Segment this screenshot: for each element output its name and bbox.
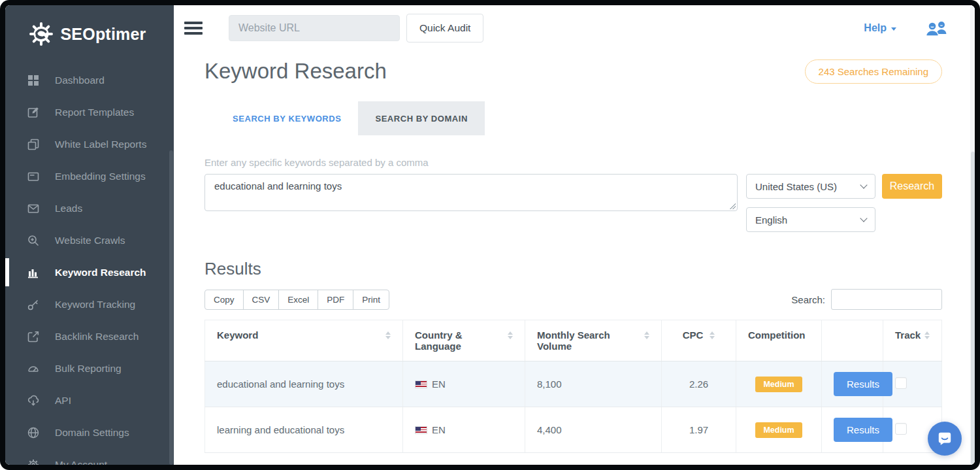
track-checkbox[interactable] — [895, 423, 907, 435]
brand-logo[interactable]: SEOptimer — [5, 5, 169, 52]
sidebar-item-label: Embedding Settings — [55, 171, 146, 182]
us-flag-icon — [415, 426, 427, 434]
column-header-cpc[interactable]: CPC — [662, 320, 736, 361]
competition-cell: Medium — [736, 361, 822, 407]
us-flag-icon — [415, 380, 427, 388]
main-scrollbar-thumb[interactable] — [971, 152, 975, 465]
country-select[interactable]: United States (US) — [746, 174, 875, 199]
external-link-icon — [27, 330, 40, 343]
main-area: Quick Audit Help — [174, 5, 975, 465]
table-header-row: Keyword Country & Language Monthly Searc… — [205, 320, 942, 361]
key-icon — [27, 298, 40, 311]
row-results-button[interactable]: Results — [834, 372, 892, 396]
sidebar-item-keyword-research[interactable]: Keyword Research — [5, 256, 169, 288]
csv-button[interactable]: CSV — [243, 290, 280, 310]
table-search-input[interactable] — [831, 289, 942, 310]
support-users-icon[interactable] — [924, 20, 950, 37]
track-checkbox[interactable] — [895, 377, 907, 389]
sidebar-item-api[interactable]: API — [5, 384, 169, 416]
main-scrollbar[interactable] — [970, 5, 975, 465]
sidebar-item-domain-settings[interactable]: Domain Settings — [5, 416, 169, 448]
competition-medium-badge: Medium — [755, 422, 802, 438]
quick-audit-button[interactable]: Quick Audit — [406, 14, 483, 42]
pdf-button[interactable]: PDF — [318, 290, 353, 310]
sidebar-item-white-label-reports[interactable]: White Label Reports — [5, 128, 169, 160]
sidebar-item-label: Keyword Tracking — [55, 299, 135, 311]
country-language-cell: EN — [403, 407, 525, 453]
competition-cell: Medium — [736, 407, 822, 453]
help-dropdown[interactable]: Help — [864, 22, 896, 34]
chat-widget-button[interactable] — [928, 422, 962, 456]
magnifier-plus-icon — [27, 234, 40, 247]
searches-remaining-badge: 243 Searches Remaining — [805, 59, 942, 84]
row-results-button[interactable]: Results — [834, 418, 892, 442]
table-row: educational and learning toys EN 8,100 2… — [205, 361, 942, 407]
sidebar-item-keyword-tracking[interactable]: Keyword Tracking — [5, 288, 169, 320]
sidebar-item-report-templates[interactable]: Report Templates — [5, 96, 169, 128]
sidebar-item-my-account[interactable]: My Account — [5, 448, 169, 465]
column-header-country-language[interactable]: Country & Language — [403, 320, 525, 361]
tab-search-by-domain[interactable]: SEARCH BY DOMAIN — [358, 101, 484, 135]
edit-pencil-icon — [27, 106, 40, 119]
language-code: EN — [432, 424, 446, 435]
sidebar-scrollbar-thumb[interactable] — [169, 150, 173, 465]
export-buttons-group: Copy CSV Excel PDF Print — [204, 290, 389, 310]
keywords-textarea-wrap: educational and learning toys — [204, 174, 738, 211]
sidebar-item-bulk-reporting[interactable]: Bulk Reporting — [5, 352, 169, 384]
excel-button[interactable]: Excel — [278, 290, 318, 310]
actions-cell: Results — [822, 361, 883, 407]
sort-icon — [508, 329, 513, 352]
column-header-actions — [822, 320, 883, 361]
column-header-track[interactable]: Track — [883, 320, 942, 361]
column-header-monthly-search-volume[interactable]: Monthly Search Volume — [525, 320, 662, 361]
page-title: Keyword Research — [204, 59, 387, 84]
sidebar: SEOptimer Dashboard Report Templates — [5, 5, 169, 465]
monthly-search-volume-cell: 8,100 — [525, 361, 662, 407]
sidebar-item-leads[interactable]: Leads — [5, 192, 169, 224]
page-header: Keyword Research 243 Searches Remaining — [204, 59, 942, 84]
bar-chart-icon — [27, 266, 40, 279]
sidebar-item-label: Domain Settings — [55, 427, 129, 439]
column-header-competition[interactable]: Competition — [736, 320, 822, 361]
sidebar-item-label: White Label Reports — [55, 139, 146, 150]
keyword-cell: educational and learning toys — [205, 361, 403, 407]
copy-button[interactable]: Copy — [204, 290, 244, 310]
sidebar-item-label: My Account — [55, 459, 107, 465]
form-right-column: United States (US) Research English — [746, 174, 942, 232]
chevron-down-icon — [860, 214, 867, 222]
sidebar-item-label: Report Templates — [55, 107, 134, 118]
research-button[interactable]: Research — [882, 174, 942, 199]
table-search-label: Search: — [791, 294, 825, 305]
brand-name: SEOptimer — [61, 25, 146, 44]
language-select[interactable]: English — [746, 207, 875, 232]
sidebar-item-label: Keyword Research — [55, 267, 146, 278]
results-table: Keyword Country & Language Monthly Searc… — [204, 320, 942, 453]
keywords-helper-text: Enter any specific keywords separated by… — [204, 157, 942, 168]
hamburger-menu-icon[interactable] — [184, 19, 203, 38]
gear-icon — [27, 458, 40, 465]
sort-icon — [710, 329, 715, 341]
sidebar-item-label: API — [55, 395, 71, 407]
print-button[interactable]: Print — [353, 290, 389, 310]
seoptimer-gear-logo-icon — [28, 21, 54, 47]
country-selected-value: United States (US) — [755, 181, 837, 192]
competition-medium-badge: Medium — [755, 377, 802, 392]
sidebar-item-embedding-settings[interactable]: Embedding Settings — [5, 160, 169, 192]
sidebar-item-dashboard[interactable]: Dashboard — [5, 64, 169, 96]
topbar: Quick Audit Help — [174, 5, 975, 51]
keywords-input[interactable]: educational and learning toys — [204, 174, 738, 211]
results-toolbar: Copy CSV Excel PDF Print Search: — [204, 289, 942, 310]
results-heading: Results — [204, 259, 942, 279]
sidebar-menu: Dashboard Report Templates White Label R… — [5, 64, 169, 465]
language-code: EN — [432, 378, 446, 390]
website-url-input[interactable] — [229, 15, 400, 41]
sidebar-scrollbar[interactable] — [169, 5, 174, 465]
sidebar-item-label: Website Crawls — [55, 235, 125, 246]
sidebar-item-backlink-research[interactable]: Backlink Research — [5, 320, 169, 352]
column-header-keyword[interactable]: Keyword — [205, 320, 403, 361]
sidebar-item-website-crawls[interactable]: Website Crawls — [5, 224, 169, 256]
country-language-cell: EN — [403, 361, 525, 407]
tab-search-by-keywords[interactable]: SEARCH BY KEYWORDS — [216, 101, 358, 135]
envelope-icon — [27, 202, 40, 215]
globe-icon — [27, 426, 40, 439]
